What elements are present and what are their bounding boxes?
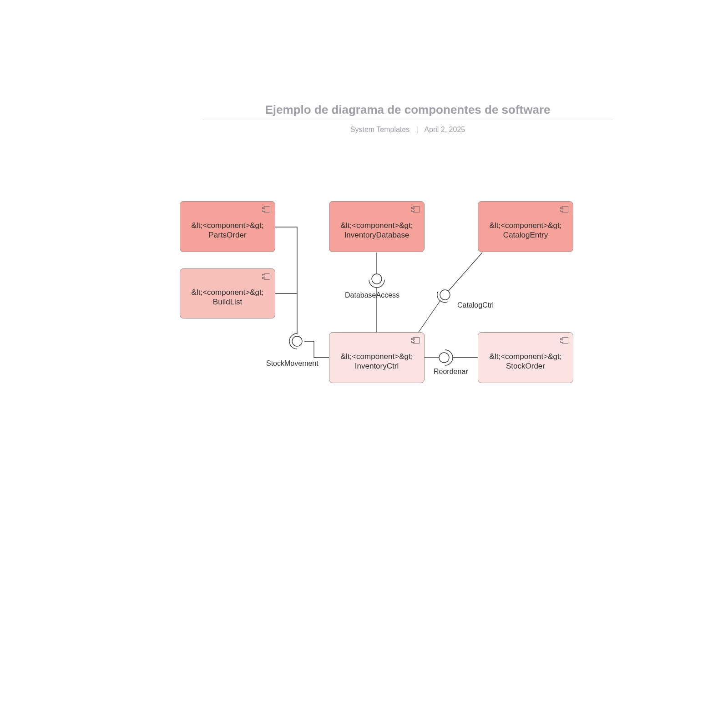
svg-point-1 (372, 274, 382, 284)
component-icon (560, 337, 568, 344)
component-stereotype: &lt;<component>&gt; (187, 221, 268, 230)
title-divider (203, 120, 612, 120)
interface-label-stock-movement: StockMovement (266, 359, 318, 368)
interface-label-database-access: DatabaseAccess (345, 291, 399, 299)
component-stock-order[interactable]: &lt;<component>&gt; StockOrder (478, 332, 573, 383)
component-name: CatalogEntry (485, 230, 566, 240)
diagram-canvas: Ejemplo de diagrama de componentes de so… (0, 0, 728, 728)
component-icon (560, 206, 568, 212)
component-icon (262, 273, 270, 280)
component-catalog-entry[interactable]: &lt;<component>&gt; CatalogEntry (478, 201, 573, 252)
svg-point-3 (439, 353, 449, 363)
svg-point-2 (440, 290, 450, 300)
component-name: PartsOrder (187, 230, 268, 240)
component-parts-order[interactable]: &lt;<component>&gt; PartsOrder (180, 201, 275, 252)
diagram-subtitle: System Templates | April 2, 2025 (203, 126, 612, 134)
date-label: April 2, 2025 (424, 126, 465, 133)
author-label: System Templates (350, 126, 410, 133)
component-stereotype: &lt;<component>&gt; (485, 221, 566, 230)
component-inventory-database[interactable]: &lt;<component>&gt; InventoryDatabase (329, 201, 425, 252)
component-stereotype: &lt;<component>&gt; (337, 221, 417, 230)
component-stereotype: &lt;<component>&gt; (337, 352, 417, 361)
component-name: StockOrder (485, 361, 566, 371)
svg-point-0 (292, 336, 302, 346)
component-stereotype: &lt;<component>&gt; (187, 288, 268, 297)
component-inventory-ctrl[interactable]: &lt;<component>&gt; InventoryCtrl (329, 332, 425, 383)
component-build-list[interactable]: &lt;<component>&gt; BuildList (180, 268, 275, 318)
component-icon (411, 206, 420, 212)
diagram-title: Ejemplo de diagrama de componentes de so… (203, 103, 612, 120)
title-block: Ejemplo de diagrama de componentes de so… (203, 103, 612, 134)
component-name: InventoryDatabase (337, 230, 417, 240)
component-name: BuildList (187, 297, 268, 307)
component-stereotype: &lt;<component>&gt; (485, 352, 566, 361)
component-icon (411, 337, 420, 344)
interface-label-reorder: Reordenar (434, 368, 468, 376)
subtitle-separator: | (416, 126, 418, 133)
interface-label-catalog-ctrl: CatalogCtrl (457, 301, 494, 309)
component-icon (262, 206, 270, 212)
component-name: InventoryCtrl (337, 361, 417, 371)
